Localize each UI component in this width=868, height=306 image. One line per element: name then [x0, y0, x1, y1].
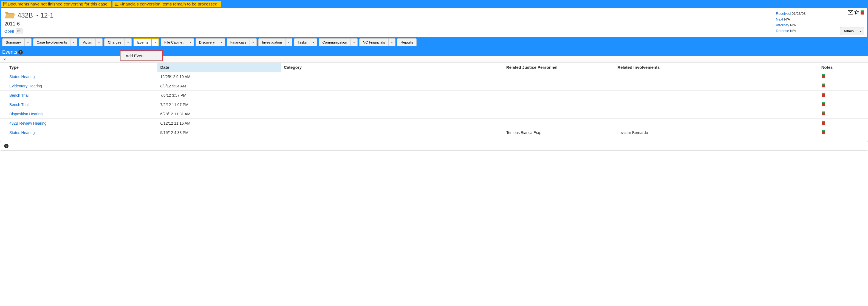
- tab-dropdown-caret[interactable]: [285, 38, 292, 46]
- cell-related-involvements: [615, 118, 818, 128]
- cell-date: 7/2/12 11:07 PM: [157, 100, 281, 109]
- col-header-notes[interactable]: Notes: [818, 63, 868, 72]
- folder-open-icon: [4, 10, 15, 20]
- meta-attorney-label[interactable]: Attorney: [776, 23, 789, 27]
- chevron-down-icon: [98, 42, 100, 43]
- col-header-type[interactable]: Type: [0, 63, 157, 72]
- case-status-row: Open: [4, 29, 776, 34]
- admin-dropdown-caret[interactable]: [857, 27, 864, 35]
- event-type-link[interactable]: Bench Trial: [9, 102, 29, 107]
- tab-button[interactable]: Financials: [227, 38, 250, 46]
- cell-type: Status Hearing: [0, 128, 157, 137]
- case-title-row: 432B ~ 12-1: [4, 10, 776, 20]
- tab-button[interactable]: NC Financials: [359, 38, 389, 46]
- col-header-category[interactable]: Category: [281, 63, 503, 72]
- event-type-link[interactable]: Status Hearing: [9, 130, 35, 135]
- tab-dropdown-caret[interactable]: [351, 38, 358, 46]
- svg-rect-7: [18, 30, 21, 32]
- chevron-down-icon: [252, 42, 254, 43]
- note-icon[interactable]: [822, 130, 825, 135]
- cell-type: Bench Trial: [0, 91, 157, 100]
- cell-category: [281, 100, 503, 109]
- admin-button[interactable]: Admin: [840, 27, 857, 35]
- tab-discovery: Discovery: [195, 38, 225, 46]
- chevron-down-icon[interactable]: [3, 57, 6, 61]
- svg-rect-24: [822, 121, 825, 122]
- tab-dropdown-caret[interactable]: [125, 38, 132, 46]
- add-event-menu-item[interactable]: Add Event: [120, 51, 162, 61]
- cell-notes: [818, 72, 868, 81]
- svg-rect-6: [118, 4, 118, 5]
- note-icon[interactable]: [822, 83, 825, 89]
- case-header: 432B ~ 12-1 2011-6 Open Received 01/23/0…: [1, 8, 867, 37]
- cell-notes: [818, 109, 868, 118]
- mail-icon[interactable]: [848, 10, 853, 15]
- admin-button-group: Admin: [840, 27, 864, 35]
- note-icon[interactable]: [822, 93, 825, 98]
- tab-dropdown-caret[interactable]: [250, 38, 257, 46]
- tab-button[interactable]: Discovery: [195, 38, 218, 46]
- cell-related-involvements: [615, 81, 818, 91]
- tab-button[interactable]: Events: [133, 38, 152, 46]
- chevron-down-icon: [189, 42, 191, 43]
- note-icon[interactable]: [822, 74, 825, 79]
- cell-category: [281, 72, 503, 81]
- case-title: 432B ~ 12-1: [18, 11, 54, 19]
- tab-dropdown-caret[interactable]: [218, 38, 225, 46]
- col-header-date[interactable]: Date: [157, 63, 281, 72]
- note-icon[interactable]: [822, 102, 825, 107]
- tab-button[interactable]: Investigation: [258, 38, 285, 46]
- tab-dropdown-caret[interactable]: [25, 38, 32, 46]
- case-status-link[interactable]: Open: [4, 29, 14, 33]
- tab-dropdown-caret[interactable]: [152, 38, 159, 46]
- note-icon[interactable]: [860, 10, 864, 15]
- tab-button[interactable]: File Cabinet: [161, 38, 187, 46]
- event-type-link[interactable]: Disposition Hearing: [9, 112, 42, 116]
- help-icon[interactable]: ?: [4, 144, 8, 148]
- event-type-link[interactable]: Bench Trial: [9, 93, 29, 98]
- tab-button[interactable]: Case Involvements: [33, 38, 71, 46]
- footer-help-panel: ?: [0, 141, 868, 151]
- note-icon[interactable]: [822, 111, 825, 116]
- case-status-edit-button[interactable]: [16, 29, 23, 34]
- col-header-related-justice[interactable]: Related Justice Personnel: [503, 63, 615, 72]
- events-table: Type Date Category Related Justice Perso…: [0, 63, 868, 137]
- table-row: Status Hearing5/15/12 4:33 PMTempus Bian…: [0, 128, 868, 137]
- cell-date: 8/3/12 9:34 AM: [157, 81, 281, 91]
- event-type-link[interactable]: 432B Review Hearing: [9, 121, 46, 126]
- tab-summary: Summary: [2, 38, 32, 46]
- meta-next-label[interactable]: Next: [776, 17, 783, 21]
- meta-received-label[interactable]: Received: [776, 11, 790, 15]
- cell-notes: [818, 100, 868, 109]
- tab-button[interactable]: Communication: [319, 38, 350, 46]
- note-icon[interactable]: [822, 121, 825, 126]
- tab-charges: Charges: [104, 38, 132, 46]
- cell-notes: [818, 91, 868, 100]
- col-header-related-involvements[interactable]: Related Involvements: [615, 63, 818, 72]
- tab-file-cabinet: File Cabinet: [161, 38, 194, 46]
- svg-rect-14: [822, 74, 825, 75]
- tab-button[interactable]: Victim: [79, 38, 96, 46]
- tab-dropdown-caret[interactable]: [389, 38, 396, 46]
- banner-financials-converting: Financials conversion items remain to be…: [113, 1, 221, 7]
- meta-defense-label[interactable]: Defense: [776, 29, 789, 33]
- event-type-link[interactable]: Status Hearing: [9, 74, 35, 79]
- cell-category: [281, 128, 503, 137]
- tab-dropdown-caret[interactable]: [187, 38, 194, 46]
- event-type-link[interactable]: Evidentary Hearing: [9, 84, 42, 88]
- star-icon[interactable]: [854, 10, 859, 15]
- tab-dropdown-caret[interactable]: [96, 38, 102, 46]
- cell-date: 6/28/12 11:31 AM: [157, 109, 281, 118]
- case-header-actions: [848, 10, 864, 15]
- tab-button[interactable]: Reports: [397, 38, 417, 46]
- tab-button[interactable]: Summary: [2, 38, 25, 46]
- tab-button[interactable]: Charges: [104, 38, 125, 46]
- document-icon: [3, 2, 7, 6]
- banner-documents-converting: Documents have not finished converting f…: [1, 1, 111, 7]
- tab-button[interactable]: Tasks: [294, 38, 310, 46]
- help-icon[interactable]: ?: [19, 50, 23, 55]
- meta-received-value: 01/23/08: [792, 11, 806, 15]
- tab-investigation: Investigation: [258, 38, 292, 46]
- tab-dropdown-caret[interactable]: [70, 38, 78, 46]
- tab-dropdown-caret[interactable]: [310, 38, 317, 46]
